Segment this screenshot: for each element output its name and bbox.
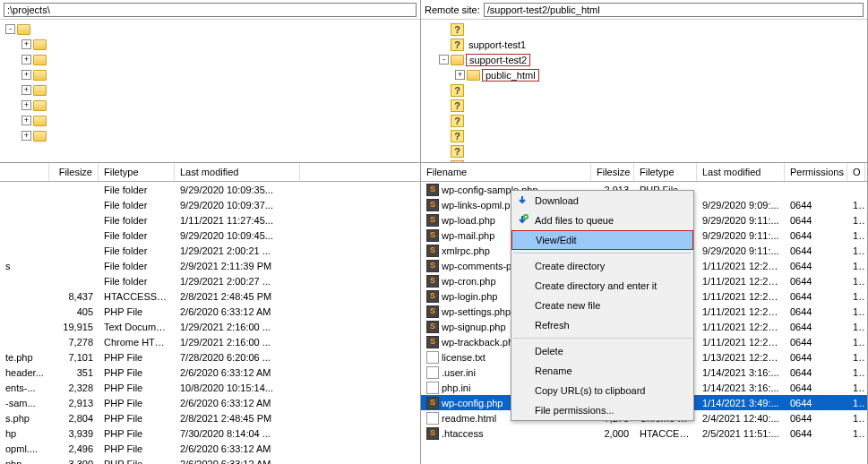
tree-item[interactable]: -support-test2: [421, 52, 867, 67]
expand-icon[interactable]: +: [455, 70, 465, 80]
tree-item[interactable]: ?: [421, 128, 867, 143]
menu-item-copy-url-s-to-clipboard[interactable]: Copy URL(s) to clipboard: [511, 381, 693, 400]
cell-type: PHP File: [99, 398, 175, 408]
expand-icon[interactable]: +: [21, 39, 31, 49]
remote-list-header[interactable]: Filename Filesize Filetype Last modified…: [421, 163, 867, 182]
file-row[interactable]: opml....2,496PHP File2/6/2020 6:33:12 AM: [0, 441, 420, 456]
col-owner[interactable]: O: [847, 163, 865, 181]
menu-item-view-edit[interactable]: View/Edit: [511, 230, 693, 250]
tree-item[interactable]: -: [0, 21, 420, 37]
tree-item-label: [48, 116, 70, 126]
col-size[interactable]: Filesize: [49, 163, 99, 181]
txt-file-icon: [426, 382, 439, 394]
unknown-folder-icon: ?: [451, 115, 464, 127]
file-row[interactable]: php3,300PHP File2/6/2020 6:33:12 AM: [0, 456, 420, 464]
expand-icon[interactable]: +: [21, 70, 31, 80]
tree-item[interactable]: ?: [421, 113, 867, 128]
html-file-icon: [426, 412, 439, 425]
local-path-input[interactable]: [4, 3, 417, 17]
menu-item-rename[interactable]: Rename: [511, 361, 693, 381]
menu-item-create-new-file[interactable]: Create new file: [511, 296, 693, 315]
tree-item[interactable]: ?: [421, 82, 867, 98]
file-row[interactable]: File folder9/29/2020 10:09:45...: [0, 228, 420, 243]
folder-icon: [33, 55, 47, 65]
file-row[interactable]: File folder1/29/2021 2:00:21 ...: [0, 243, 420, 258]
menu-item-create-directory[interactable]: Create directory: [511, 256, 693, 276]
col-name[interactable]: [0, 163, 49, 181]
cell-mod: 2/6/2020 6:33:12 AM: [175, 443, 300, 454]
context-menu[interactable]: DownloadAdd files to queueView/EditCreat…: [511, 190, 694, 421]
tree-item-label: [466, 85, 487, 96]
local-list-header[interactable]: Filesize Filetype Last modified: [0, 163, 420, 182]
cell-type: File folder: [99, 245, 175, 256]
cell-type: File folder: [99, 230, 175, 241]
file-row[interactable]: File folder9/29/2020 10:09:37...: [0, 197, 420, 212]
col-type[interactable]: Filetype: [99, 163, 175, 181]
menu-item-download[interactable]: Download: [511, 191, 693, 211]
menu-item-label: Download: [535, 195, 579, 206]
file-row[interactable]: File folder1/11/2021 11:27:45...: [0, 212, 420, 228]
folder-icon: [33, 70, 47, 81]
cell-type: PHP File: [99, 306, 175, 317]
file-row[interactable]: s.php2,804PHP File2/8/2021 2:48:45 PM: [0, 410, 420, 425]
tree-item[interactable]: +: [0, 37, 420, 52]
remote-path-input[interactable]: [484, 3, 864, 17]
file-row[interactable]: te.php7,101PHP File7/28/2020 6:20:06 ...: [0, 349, 420, 365]
cell-mod: 2/9/2021 2:11:39 PM: [175, 261, 300, 271]
tree-item[interactable]: +: [0, 52, 420, 67]
file-row[interactable]: ents-...2,328PHP File10/8/2020 10:15:14.…: [0, 380, 420, 395]
unknown-folder-icon: ?: [451, 130, 464, 142]
remote-tree[interactable]: ? ?support-test1-support-test2+public_ht…: [421, 20, 867, 163]
tree-item[interactable]: ?: [421, 143, 867, 159]
menu-item-file-permissions-[interactable]: File permissions...: [511, 400, 693, 420]
file-row[interactable]: sFile folder2/9/2021 2:11:39 PM: [0, 258, 420, 273]
menu-item-create-directory-and-enter-it[interactable]: Create directory and enter it: [511, 276, 693, 296]
file-row[interactable]: 7,278Chrome HTML...1/29/2021 2:16:00 ...: [0, 334, 420, 349]
tree-item[interactable]: +public_html: [421, 67, 867, 82]
col-modified[interactable]: Last modified: [697, 163, 785, 181]
col-permissions[interactable]: Permissions: [785, 163, 847, 181]
menu-item-refresh[interactable]: Refresh: [511, 315, 693, 335]
file-row[interactable]: header...351PHP File2/6/2020 6:33:12 AM: [0, 365, 420, 380]
expand-icon[interactable]: +: [21, 100, 31, 110]
local-tree[interactable]: - + + + + + + +: [0, 20, 420, 163]
file-row[interactable]: 19,915Text Document1/29/2021 2:16:00 ...: [0, 319, 420, 334]
tree-item[interactable]: +: [0, 113, 420, 128]
tree-item[interactable]: +: [0, 98, 420, 113]
file-row[interactable]: File folder9/29/2020 10:09:35...: [0, 182, 420, 197]
expand-icon[interactable]: +: [21, 116, 31, 125]
col-modified[interactable]: Last modified: [175, 163, 300, 181]
cell-mod: 9/29/2020 9:09:...: [697, 200, 785, 211]
col-type[interactable]: Filetype: [634, 163, 697, 181]
menu-item-label: Delete: [535, 346, 563, 357]
cell-size: 8,437: [49, 291, 99, 302]
file-row[interactable]: File folder1/29/2021 2:00:27 ...: [0, 273, 420, 288]
file-row[interactable]: 405PHP File2/6/2020 6:33:12 AM: [0, 304, 420, 319]
tree-item[interactable]: +: [0, 67, 420, 82]
expand-icon[interactable]: +: [21, 55, 31, 64]
collapse-icon[interactable]: -: [5, 24, 15, 34]
menu-item-delete[interactable]: Delete: [511, 341, 693, 361]
cell-name: header...: [0, 367, 49, 378]
expand-icon[interactable]: +: [21, 131, 31, 141]
tree-item[interactable]: +: [0, 128, 420, 143]
cell-mod: 9/29/2020 10:09:35...: [175, 185, 300, 195]
file-row[interactable]: -sam...2,913PHP File2/6/2020 6:33:12 AM: [0, 395, 420, 410]
col-name[interactable]: Filename: [421, 163, 591, 181]
tree-spacer: [439, 85, 449, 95]
expand-icon[interactable]: +: [21, 85, 31, 95]
file-row[interactable]: hp3,939PHP File7/30/2020 8:14:04 ...: [0, 425, 420, 441]
col-size[interactable]: Filesize: [591, 163, 634, 181]
txt-file-icon: [426, 366, 439, 379]
tree-item[interactable]: ?: [421, 21, 867, 37]
tree-item[interactable]: ?: [421, 98, 867, 113]
tree-item[interactable]: ?support-test1: [421, 37, 867, 52]
file-row[interactable]: 8,437HTACCESS File2/8/2021 2:48:45 PM: [0, 288, 420, 304]
tree-item[interactable]: +: [0, 82, 420, 98]
menu-item-add-files-to-queue[interactable]: Add files to queue: [511, 211, 693, 230]
collapse-icon[interactable]: -: [439, 55, 449, 64]
cell-perm: 0644: [785, 337, 847, 348]
cell-type: PHP File: [99, 413, 175, 424]
php-file-icon: [426, 427, 439, 440]
file-row[interactable]: .htaccess2,000HTACCESS ...2/5/2021 11:51…: [421, 425, 867, 441]
